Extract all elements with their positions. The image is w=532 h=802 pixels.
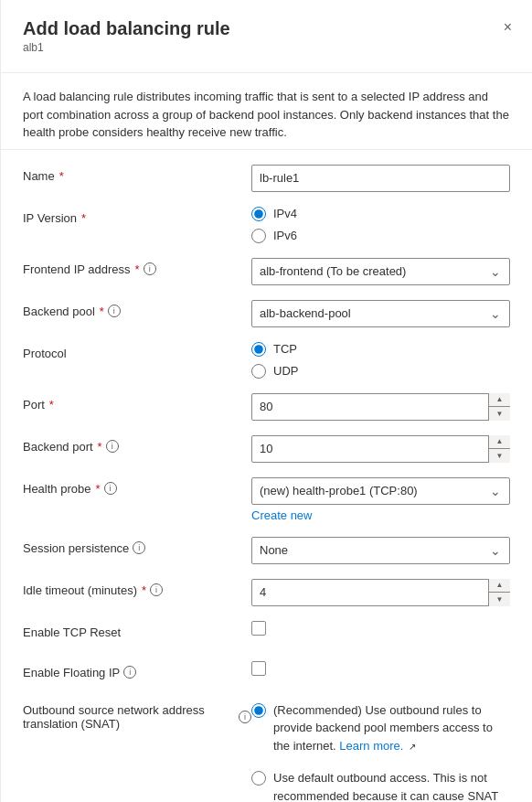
backend-port-spinners: ▲ ▼ (488, 435, 510, 463)
idle-timeout-row: Idle timeout (minutes) * i ▲ ▼ (23, 579, 510, 606)
port-label: Port * (23, 393, 251, 412)
udp-option[interactable]: UDP (251, 364, 510, 379)
name-required: * (59, 169, 64, 183)
ipv6-radio[interactable] (251, 229, 266, 243)
port-required: * (49, 398, 54, 412)
frontend-ip-row: Frontend IP address * i alb-frontend (To… (23, 258, 510, 285)
session-persistence-label: Session persistence i (23, 537, 251, 555)
enable-floating-ip-control (251, 661, 510, 676)
name-input[interactable] (251, 165, 510, 192)
outbound-recommended-text: (Recommended) Use outbound rules to prov… (273, 701, 510, 755)
backend-pool-control: alb-backend-pool (251, 300, 510, 327)
name-row: Name * (23, 165, 510, 192)
health-probe-info-icon[interactable]: i (104, 482, 117, 495)
idle-timeout-input[interactable] (251, 579, 510, 606)
backend-pool-required: * (100, 305, 104, 318)
outbound-recommended-radio[interactable] (251, 703, 266, 718)
enable-tcp-reset-row: Enable TCP Reset (23, 621, 510, 647)
port-row: Port * ▲ ▼ (23, 393, 510, 421)
port-increment-button[interactable]: ▲ (489, 393, 510, 408)
idle-timeout-control: ▲ ▼ (251, 579, 510, 606)
ip-version-required: * (81, 211, 86, 225)
outbound-recommended-link-icon: ↗ (409, 742, 416, 752)
frontend-ip-info-icon[interactable]: i (144, 262, 156, 275)
outbound-recommended-option: (Recommended) Use outbound rules to prov… (251, 701, 510, 755)
session-persistence-info-icon[interactable]: i (133, 541, 145, 554)
outbound-recommended-learn-more[interactable]: Learn more. (339, 739, 403, 753)
frontend-ip-control: alb-frontend (To be created) (251, 258, 510, 285)
port-control: ▲ ▼ (251, 393, 510, 421)
protocol-label: Protocol (23, 342, 251, 360)
session-persistence-row: Session persistence i None (23, 537, 510, 564)
outbound-snat-control: (Recommended) Use outbound rules to prov… (251, 701, 510, 803)
ipv4-radio[interactable] (251, 207, 266, 221)
name-control (251, 165, 510, 192)
close-button[interactable]: × (500, 16, 516, 38)
backend-port-decrement-button[interactable]: ▼ (489, 449, 510, 463)
backend-port-increment-button[interactable]: ▲ (489, 435, 510, 450)
backend-pool-row: Backend pool * i alb-backend-pool (23, 300, 510, 327)
idle-timeout-info-icon[interactable]: i (150, 583, 163, 596)
backend-pool-select[interactable]: alb-backend-pool (251, 300, 510, 327)
idle-timeout-number-wrapper: ▲ ▼ (251, 579, 510, 606)
frontend-ip-label: Frontend IP address * i (23, 258, 251, 276)
protocol-control: TCP UDP (251, 342, 510, 379)
health-probe-select[interactable]: (new) health-probe1 (TCP:80) (251, 477, 510, 505)
ipv6-option[interactable]: IPv6 (251, 229, 510, 243)
create-new-link[interactable]: Create new (251, 508, 510, 522)
session-persistence-select[interactable]: None (251, 537, 510, 564)
add-load-balancing-rule-panel: Add load balancing rule alb1 × A load ba… (0, 0, 532, 802)
idle-timeout-required: * (142, 583, 146, 597)
backend-port-label: Backend port * i (23, 435, 251, 454)
name-label: Name * (23, 165, 251, 183)
port-spinners: ▲ ▼ (488, 393, 510, 421)
enable-tcp-reset-label: Enable TCP Reset (23, 621, 251, 639)
backend-port-number-wrapper: ▲ ▼ (251, 435, 510, 463)
outbound-snat-info-icon[interactable]: i (239, 711, 251, 723)
outbound-default-text: Use default outbound access. This is not… (273, 769, 510, 802)
enable-floating-ip-label: Enable Floating IP i (23, 661, 251, 679)
udp-radio[interactable] (251, 364, 266, 379)
enable-tcp-reset-checkbox[interactable] (251, 621, 266, 636)
enable-floating-ip-info-icon[interactable]: i (123, 666, 136, 679)
ipv4-option[interactable]: IPv4 (251, 207, 510, 221)
idle-timeout-increment-button[interactable]: ▲ (489, 579, 510, 593)
health-probe-row: Health probe * i (new) health-probe1 (TC… (23, 477, 510, 522)
ip-version-row: IP Version * IPv4 IPv6 (23, 207, 510, 243)
enable-floating-ip-row: Enable Floating IP i (23, 661, 510, 687)
port-input[interactable] (251, 393, 510, 421)
idle-timeout-spinners: ▲ ▼ (488, 579, 510, 606)
frontend-ip-required: * (135, 262, 140, 276)
outbound-snat-row: Outbound source network address translat… (23, 701, 510, 803)
health-probe-select-wrapper: (new) health-probe1 (TCP:80) (251, 477, 510, 505)
session-persistence-select-wrapper: None (251, 537, 510, 564)
panel-subtitle: alb1 (23, 41, 510, 54)
port-decrement-button[interactable]: ▼ (489, 407, 510, 421)
ip-version-radio-group: IPv4 IPv6 (251, 207, 510, 243)
panel-header: Add load balancing rule alb1 × (1, 0, 532, 73)
enable-tcp-reset-control (251, 621, 510, 636)
backend-pool-info-icon[interactable]: i (108, 305, 121, 317)
backend-port-required: * (98, 440, 102, 454)
backend-port-info-icon[interactable]: i (106, 440, 119, 453)
backend-port-input[interactable] (251, 435, 510, 463)
tcp-option[interactable]: TCP (251, 342, 510, 357)
ip-version-control: IPv4 IPv6 (251, 207, 510, 243)
panel-title: Add load balancing rule (23, 18, 510, 39)
outbound-default-radio[interactable] (251, 771, 266, 786)
frontend-ip-select-wrapper: alb-frontend (To be created) (251, 258, 510, 285)
backend-port-control: ▲ ▼ (251, 435, 510, 463)
panel-description: A load balancing rule distributes incomi… (1, 73, 532, 150)
backend-pool-label: Backend pool * i (23, 300, 251, 318)
idle-timeout-label: Idle timeout (minutes) * i (23, 579, 251, 597)
enable-floating-ip-checkbox[interactable] (251, 661, 266, 676)
port-number-wrapper: ▲ ▼ (251, 393, 510, 421)
outbound-default-option: Use default outbound access. This is not… (251, 769, 510, 802)
tcp-radio[interactable] (251, 342, 266, 357)
idle-timeout-decrement-button[interactable]: ▼ (489, 593, 510, 606)
frontend-ip-select[interactable]: alb-frontend (To be created) (251, 258, 510, 285)
health-probe-label: Health probe * i (23, 477, 251, 496)
protocol-row: Protocol TCP UDP (23, 342, 510, 379)
health-probe-control: (new) health-probe1 (TCP:80) Create new (251, 477, 510, 522)
session-persistence-control: None (251, 537, 510, 564)
